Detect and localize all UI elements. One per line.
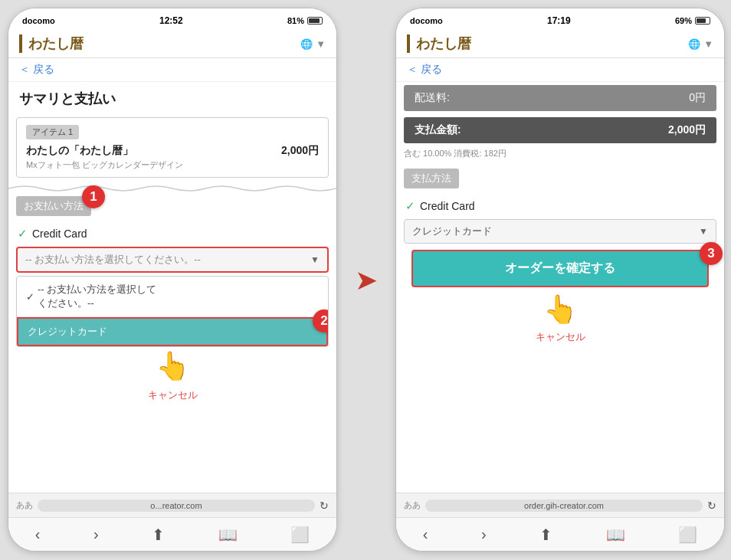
nav-share-right[interactable]: ⬆ [539,526,552,544]
dropdown-selected-right: クレジットカード [412,224,492,238]
shipping-value: 0円 [689,91,706,105]
payment-method-label-right: 支払方法 [404,169,459,188]
item-box-left: アイテム 1 わたしの「わたし暦」 Mxフォト一包 ビッグカレンダーデザイン 2… [16,117,329,178]
globe-icon-left: 🌐 [300,38,313,50]
check-icon-left: ✓ [18,227,28,241]
badge-3: 3 [700,242,723,265]
dropdown-select-right[interactable]: クレジットカード ▼ [404,219,716,244]
cancel-link-right[interactable]: キャンセル [404,329,716,345]
dropdown-option-1[interactable]: ✓ -- お支払い方法を選択してください。-- [17,277,328,317]
back-label-right[interactable]: ＜ 戻る [407,63,442,75]
cancel-link-left[interactable]: キャンセル [16,385,329,405]
nav-bookmarks-left[interactable]: 📖 [218,526,238,544]
nav-forward-right[interactable]: › [481,526,487,543]
refresh-icon-left[interactable]: ↻ [320,499,329,512]
dropdown-box-left[interactable]: -- お支払い方法を選択してください。-- ▼ [16,247,329,273]
browser-url-right[interactable]: order.gih-creator.com [425,499,703,512]
dropdown-icon-left: ▼ [316,38,326,50]
arrow-icon: ➤ [355,264,378,296]
item-price-left: 2,000円 [281,144,319,158]
hand-cursor-left: 👆 [16,350,329,382]
payment-method-label-left: お支払い方法 [16,196,91,216]
badge-1: 1 [82,185,105,208]
font-icon-right: ああ [404,499,421,511]
nav-back-left[interactable]: ‹ [35,526,41,543]
payment-amount-row: 支払金額: 2,000円 [404,117,716,143]
credit-card-label-left: Credit Card [32,228,87,240]
nav-back-right[interactable]: ‹ [423,526,428,543]
battery-percent-left: 81% [287,16,304,25]
shipping-row: 配送料: 0円 [404,85,716,111]
browser-bar-right: ああ order.gih-creator.com ↻ [396,493,724,517]
dropdown-arrow-left: ▼ [310,254,320,265]
battery-icon-left [307,17,323,25]
transition-arrow: ➤ [343,8,389,552]
check-icon-right: ✓ [405,199,415,213]
back-label-left[interactable]: ＜ 戻る [19,63,54,75]
app-header-right: わたし暦 🌐 ▼ [396,30,724,58]
nav-tabs-left[interactable]: ⬜ [290,526,310,544]
battery-icon-right [695,17,710,25]
item-tag-left: アイテム 1 [26,125,79,139]
back-nav-right[interactable]: ＜ 戻る [396,58,724,82]
browser-url-left[interactable]: o...reator.com [38,499,315,512]
dropdown-menu-left: ✓ -- お支払い方法を選択してください。-- クレジットカード 2 [16,276,329,347]
battery-percent-right: 69% [675,16,692,25]
credit-card-label-right: Credit Card [420,200,475,212]
payment-value: 2,000円 [668,123,706,137]
page-title-left: サマリと支払い [8,82,336,113]
status-bar-right: docomo 17:19 69% [396,8,724,30]
time-left: 12:52 [159,15,183,26]
refresh-icon-right[interactable]: ↻ [707,499,716,512]
carrier-left: docomo [22,16,55,25]
dropdown-placeholder-left: -- お支払い方法を選択してください。-- [25,253,201,267]
confirm-btn-wrapper: オーダーを確定する 3 [404,250,716,287]
wavy-line-left [8,182,336,192]
payment-label: 支払金額: [415,123,461,137]
browser-bar-left: ああ o...reator.com ↻ [8,493,336,517]
hand-cursor-right: 👆 [404,293,716,326]
carrier-right: docomo [410,16,443,25]
tax-note: 含む 10.00% 消費税: 182円 [396,146,724,164]
payment-method-section-right: 支払方法 ✓ Credit Card クレジットカード ▼ [396,164,724,350]
item-row-left: わたしの「わたし暦」 Mxフォト一包 ビッグカレンダーデザイン 2,000円 [26,144,319,171]
globe-icon-right: 🌐 [688,38,700,50]
nav-bar-left: ‹ › ⬆ 📖 ⬜ [8,517,336,551]
battery-fill-right [697,18,706,23]
font-icon-left: ああ [16,499,33,511]
confirm-button[interactable]: オーダーを確定する [411,250,709,287]
payment-method-section-left: お支払い方法 1 ✓ Credit Card -- お支払い方法を選択してくださ… [8,192,336,410]
dropdown-icon-right: ▼ [703,38,713,50]
status-bar-left: docomo 12:52 81% [8,8,336,30]
nav-bookmarks-right[interactable]: 📖 [606,526,625,544]
nav-share-left[interactable]: ⬆ [152,526,165,544]
content-left: サマリと支払い アイテム 1 わたしの「わたし暦」 Mxフォト一包 ビッグカレン… [8,82,336,493]
nav-bar-right: ‹ › ⬆ 📖 ⬜ [396,517,724,551]
item-desc-left: Mxフォト一包 ビッグカレンダーデザイン [26,159,183,171]
app-header-left: わたし暦 🌐 ▼ [8,30,336,58]
dropdown-option-2[interactable]: クレジットカード [17,317,328,346]
app-title-left: わたし暦 [19,34,84,53]
app-title-right: わたし暦 [407,34,471,53]
credit-card-row-left: ✓ Credit Card [16,225,329,242]
item-name-left: わたしの「わたし暦」 Mxフォト一包 ビッグカレンダーデザイン [26,144,183,171]
nav-tabs-right[interactable]: ⬜ [678,526,697,544]
dropdown-arrow-right: ▼ [699,226,708,237]
battery-fill-left [309,18,320,23]
content-right: 配送料: 0円 支払金額: 2,000円 含む 10.00% 消費税: 182円… [396,82,724,493]
battery-left: 81% [287,16,323,25]
nav-forward-left[interactable]: › [93,526,99,543]
shipping-label: 配送料: [415,91,450,105]
back-nav-left[interactable]: ＜ 戻る [8,58,336,82]
time-right: 17:19 [547,15,571,26]
app-header-right-icons: 🌐 ▼ [688,38,713,50]
app-header-right-left: 🌐 ▼ [300,38,326,50]
battery-right: 69% [675,16,710,25]
credit-card-row-right: ✓ Credit Card [404,198,716,215]
